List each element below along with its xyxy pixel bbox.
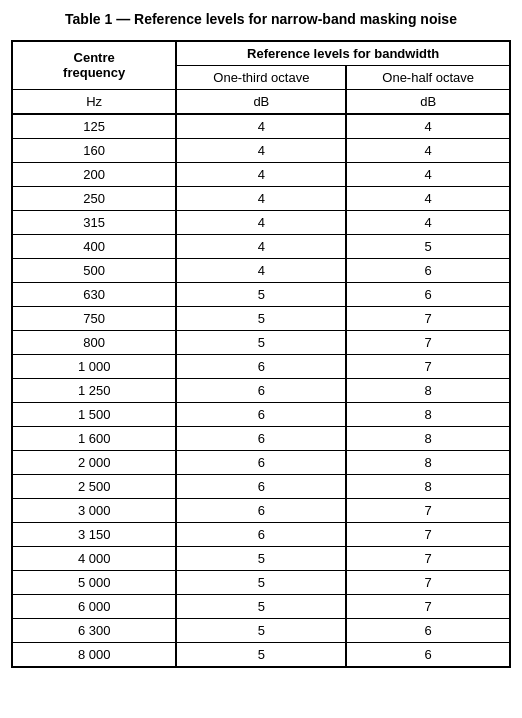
third-octave-cell: 4 [176, 234, 346, 258]
table-row: 1 00067 [12, 354, 510, 378]
freq-cell: 3 000 [12, 498, 176, 522]
freq-cell: 6 000 [12, 594, 176, 618]
freq-cell: 500 [12, 258, 176, 282]
third-octave-cell: 4 [176, 258, 346, 282]
page-container: Table 1 — Reference levels for narrow-ba… [11, 10, 511, 668]
table-row: 80057 [12, 330, 510, 354]
third-octave-cell: 6 [176, 474, 346, 498]
half-octave-cell: 4 [346, 210, 510, 234]
freq-cell: 6 300 [12, 618, 176, 642]
table-row: 12544 [12, 114, 510, 139]
freq-cell: 630 [12, 282, 176, 306]
third-octave-cell: 4 [176, 186, 346, 210]
third-octave-cell: 5 [176, 330, 346, 354]
freq-cell: 1 000 [12, 354, 176, 378]
half-octave-cell: 4 [346, 162, 510, 186]
table-title: Table 1 — Reference levels for narrow-ba… [11, 10, 511, 30]
table-row: 1 25068 [12, 378, 510, 402]
freq-cell: 1 600 [12, 426, 176, 450]
table-row: 2 50068 [12, 474, 510, 498]
freq-cell: 1 250 [12, 378, 176, 402]
half-octave-cell: 8 [346, 474, 510, 498]
half-octave-cell: 8 [346, 402, 510, 426]
freq-cell: 8 000 [12, 642, 176, 667]
third-octave-cell: 6 [176, 522, 346, 546]
freq-cell: 160 [12, 138, 176, 162]
third-octave-cell: 6 [176, 378, 346, 402]
table-row: 25044 [12, 186, 510, 210]
freq-cell: 2 500 [12, 474, 176, 498]
col2-sub2-unit: dB [420, 94, 436, 109]
third-octave-cell: 6 [176, 426, 346, 450]
half-octave-cell: 7 [346, 522, 510, 546]
col1-header-line2: frequency [21, 65, 167, 80]
freq-cell: 315 [12, 210, 176, 234]
table-row: 4 00057 [12, 546, 510, 570]
freq-cell: 250 [12, 186, 176, 210]
col2-sub1-header: One-third octave [213, 70, 309, 85]
half-octave-cell: 4 [346, 138, 510, 162]
table-row: 3 15067 [12, 522, 510, 546]
third-octave-cell: 4 [176, 162, 346, 186]
reference-table: Centre frequency Reference levels for ba… [11, 40, 511, 668]
half-octave-cell: 5 [346, 234, 510, 258]
table-row: 1 60068 [12, 426, 510, 450]
third-octave-cell: 5 [176, 618, 346, 642]
col1-header-line1: Centre [21, 50, 167, 65]
freq-cell: 400 [12, 234, 176, 258]
half-octave-cell: 7 [346, 354, 510, 378]
third-octave-cell: 5 [176, 642, 346, 667]
table-row: 3 00067 [12, 498, 510, 522]
half-octave-cell: 7 [346, 594, 510, 618]
half-octave-cell: 4 [346, 114, 510, 139]
half-octave-cell: 7 [346, 546, 510, 570]
half-octave-cell: 8 [346, 426, 510, 450]
half-octave-cell: 6 [346, 618, 510, 642]
half-octave-cell: 6 [346, 258, 510, 282]
third-octave-cell: 4 [176, 114, 346, 139]
table-row: 8 00056 [12, 642, 510, 667]
third-octave-cell: 6 [176, 450, 346, 474]
col1-unit: Hz [86, 94, 102, 109]
table-row: 5 00057 [12, 570, 510, 594]
freq-cell: 1 500 [12, 402, 176, 426]
half-octave-cell: 6 [346, 282, 510, 306]
half-octave-cell: 7 [346, 330, 510, 354]
freq-cell: 200 [12, 162, 176, 186]
table-row: 1 50068 [12, 402, 510, 426]
third-octave-cell: 6 [176, 498, 346, 522]
table-body: 1254416044200442504431544400455004663056… [12, 114, 510, 667]
table-row: 75057 [12, 306, 510, 330]
table-row: 6 30056 [12, 618, 510, 642]
col2-group-header: Reference levels for bandwidth [247, 46, 439, 61]
half-octave-cell: 4 [346, 186, 510, 210]
half-octave-cell: 6 [346, 642, 510, 667]
freq-cell: 3 150 [12, 522, 176, 546]
col2-sub2-header: One-half octave [382, 70, 474, 85]
third-octave-cell: 4 [176, 210, 346, 234]
third-octave-cell: 5 [176, 570, 346, 594]
freq-cell: 750 [12, 306, 176, 330]
freq-cell: 5 000 [12, 570, 176, 594]
third-octave-cell: 5 [176, 594, 346, 618]
half-octave-cell: 7 [346, 306, 510, 330]
third-octave-cell: 6 [176, 354, 346, 378]
table-row: 40045 [12, 234, 510, 258]
freq-cell: 4 000 [12, 546, 176, 570]
half-octave-cell: 7 [346, 498, 510, 522]
half-octave-cell: 7 [346, 570, 510, 594]
third-octave-cell: 5 [176, 546, 346, 570]
half-octave-cell: 8 [346, 450, 510, 474]
table-row: 6 00057 [12, 594, 510, 618]
table-row: 50046 [12, 258, 510, 282]
table-row: 63056 [12, 282, 510, 306]
third-octave-cell: 5 [176, 306, 346, 330]
freq-cell: 2 000 [12, 450, 176, 474]
table-row: 16044 [12, 138, 510, 162]
third-octave-cell: 5 [176, 282, 346, 306]
freq-cell: 125 [12, 114, 176, 139]
third-octave-cell: 4 [176, 138, 346, 162]
freq-cell: 800 [12, 330, 176, 354]
half-octave-cell: 8 [346, 378, 510, 402]
table-row: 2 00068 [12, 450, 510, 474]
